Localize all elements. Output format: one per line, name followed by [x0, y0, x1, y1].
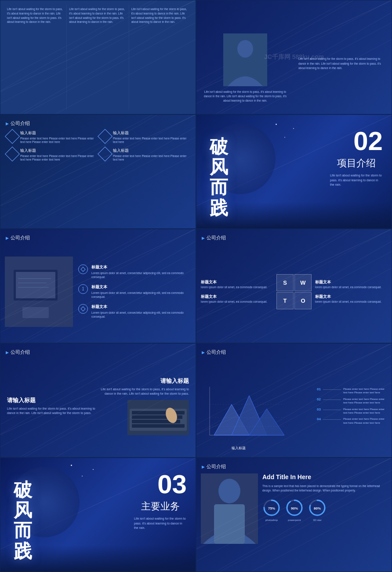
progress-svg-2: 90% [285, 499, 304, 517]
slide-2-text: Life isn't about waiting for the storm t… [201, 90, 290, 103]
icon-item-1: 输入标题 Please enter text here Please enter… [7, 130, 96, 144]
star-2 [284, 137, 285, 138]
svg-rect-5 [11, 303, 60, 306]
slide-7-content: 请输入标题 Life isn't about waiting for the s… [0, 344, 196, 457]
laptop-photo [5, 257, 73, 327]
row-num-4: 04 [317, 417, 321, 421]
person-silhouette [223, 33, 267, 86]
slide-6-content: 标题文本 lorem ipsum dolor sit amet, ea comm… [196, 229, 392, 343]
progress-label-1: photoshop [262, 519, 281, 521]
slide-7-left-heading: 请输入标题 [7, 396, 96, 404]
star-9-2 [82, 476, 83, 477]
chart-row-2: 02 Please enter text here Please enter t… [317, 397, 387, 405]
icon-text-3: 输入标题 Please enter text here Please enter… [20, 148, 96, 162]
slide-7-right: 请输入标题 Life isn't about waiting for the s… [100, 359, 189, 453]
circle-icon-3 [78, 304, 88, 314]
icon-title-2: 输入标题 [113, 130, 189, 136]
slide-5-icon-row-1: 标题文本 Lorem ipsum dolor sit amet, consect… [78, 264, 191, 279]
triangle-chart-svg [201, 378, 289, 444]
chart-row-4: 04 Please enter text here Please enter t… [317, 417, 387, 425]
slide-5-title-1: 标题文本 [91, 264, 191, 270]
number-circle-1: 1 [82, 286, 84, 291]
star-9-1 [71, 465, 72, 466]
slide-10: 公司介绍 Add Title In Here This is a sample … [196, 458, 392, 572]
add-title-heading: Add Title In Here [262, 473, 387, 480]
slide-6-ritem-1: 标题文本 lorem ipsum dolor sit amet, ea comm… [315, 279, 387, 289]
slide-5-icons: 标题文本 Lorem ipsum dolor sit amet, consect… [78, 264, 191, 319]
slide-6-desc-2: lorem ipsum dolor sit amet, ea commodo c… [201, 300, 273, 304]
icon-desc-2: Please enter text here Please enter text… [113, 137, 189, 144]
slide-7-right-desc: Life isn't about waiting for the storm t… [100, 387, 189, 396]
row-text-1: Please enter text here Please enter text… [343, 387, 387, 395]
slide-2: Life isn't about waiting for the storm t… [196, 0, 392, 114]
diamond-icon-1 [5, 129, 20, 144]
chinese-text-9: 破风而践 [14, 480, 32, 561]
diamond-icon-2 [98, 129, 113, 144]
slide-4: 破风而践 02 项目介绍 Life isn't about waiting fo… [196, 114, 392, 229]
icon-item-3: 输入标题 Please enter text here Please enter… [7, 148, 96, 162]
diamond-icon-4 [98, 147, 113, 161]
swot-grid: S W T O [276, 245, 312, 338]
star-9-3 [93, 469, 94, 470]
chart-row-1: 01 Please enter text here Please enter t… [317, 387, 387, 395]
slide-6: 公司介绍 标题文本 lorem ipsum dolor sit amet, ea… [196, 229, 392, 343]
slide-5-icon-row-3: 标题文本 Lorem ipsum dolor sit amet, consect… [78, 304, 191, 319]
svg-point-26 [218, 479, 240, 503]
slide-7-left-desc: Life isn't about waiting for the storm t… [7, 407, 96, 416]
slide-5-text-1: 标题文本 Lorem ipsum dolor sit amet, consect… [91, 264, 191, 279]
icon-item-2: 输入标题 Please enter text here Please enter… [100, 130, 189, 144]
person-photo-1 [223, 33, 267, 86]
big-number-4: 02 [330, 128, 383, 154]
slide-8-chart: 输入标题 [201, 359, 317, 453]
svg-text:75%: 75% [268, 506, 275, 510]
diamond-icon-3 [5, 147, 20, 161]
slide-6-item-1: 标题文本 lorem ipsum dolor sit amet, ea comm… [201, 279, 273, 289]
slide-1-content: Life isn't about waiting for the storm t… [0, 0, 196, 114]
text-col-2: Life isn't about waiting for the storm t… [67, 5, 129, 110]
slide-7: 公司介绍 请输入标题 Life isn't about waiting for … [0, 343, 196, 458]
slide-2-left: Life isn't about waiting for the storm t… [196, 0, 294, 114]
progress-svg-1: 75% [262, 499, 281, 517]
icon-title-3: 输入标题 [20, 148, 96, 154]
chart-row-3: 03 Please enter text here Please enter t… [317, 407, 387, 415]
svg-rect-15 [132, 424, 185, 428]
slide-6-rtitle-1: 标题文本 [315, 279, 387, 285]
icon-item-4: 输入标题 Please enter text here Please enter… [100, 148, 189, 162]
slide-6-rtitle-2: 标题文本 [315, 294, 387, 300]
slide-6-title-1: 标题文本 [201, 279, 273, 285]
slide-10-right: Add Title In Here This is a sample text … [262, 473, 387, 521]
slide-3-label: 公司介绍 [6, 120, 30, 127]
row-text-3: Please enter text here Please enter text… [343, 407, 387, 415]
slide-5-desc-1: Lorem ipsum dolor sit amet, consectetur … [91, 271, 191, 279]
slide-5-desc-3: Lorem ipsum dolor sit amet, consectetur … [91, 311, 191, 319]
slide-8: 公司介绍 输入标题 [196, 343, 392, 458]
number-content-9: 03 主要业务 Life isn't about waiting for the… [134, 471, 187, 531]
row-text-2: Please enter text here Please enter text… [343, 397, 387, 405]
slide-7-left: 请输入标题 Life isn't about waiting for the s… [7, 359, 96, 453]
row-line-2 [323, 400, 341, 400]
slide-5-icon-row-2: 1 标题文本 Lorem ipsum dolor sit amet, conse… [78, 284, 191, 299]
slide-5-text-2: 标题文本 Lorem ipsum dolor sit amet, consect… [91, 284, 191, 299]
text-col-1-content: Life isn't about waiting for the storm t… [7, 7, 64, 24]
slide-8-label: 公司介绍 [202, 349, 226, 356]
slide-5-desc-2: Lorem ipsum dolor sit amet, consectetur … [91, 291, 191, 299]
slide-8-rows: 01 Please enter text here Please enter t… [317, 359, 387, 453]
slide-6-ritem-2: 标题文本 lorem ipsum dolor sit amet, ea comm… [315, 294, 387, 304]
chart-label: 输入标题 [232, 446, 246, 451]
svg-rect-12 [132, 411, 185, 414]
svg-rect-9 [22, 307, 49, 318]
slide-6-desc-1: lorem ipsum dolor sit amet, ea commodo c… [201, 285, 273, 289]
inner-diamond-1 [80, 267, 85, 271]
slide-6-rdesc-1: lorem ipsum dolor sit amet, ea commodo c… [315, 285, 387, 289]
slide-5-text-3: 标题文本 Lorem ipsum dolor sit amet, consect… [91, 304, 191, 319]
project-title-9: 主要业务 [134, 500, 187, 513]
icon-desc-4: Please enter text here Please enter text… [113, 154, 189, 162]
progress-label-2: powerpoint [285, 519, 304, 521]
icon-desc-1: Please enter text here Please enter text… [20, 137, 96, 144]
slide-2-right: Life isn't about waiting for the storm t… [294, 0, 392, 114]
svg-text:90%: 90% [291, 506, 298, 510]
swot-cells: S W T O [276, 274, 312, 309]
progress-powerpoint: 90% powerpoint [285, 499, 304, 521]
project-title-4: 项目介绍 [330, 157, 383, 170]
big-number-9: 03 [134, 471, 187, 498]
